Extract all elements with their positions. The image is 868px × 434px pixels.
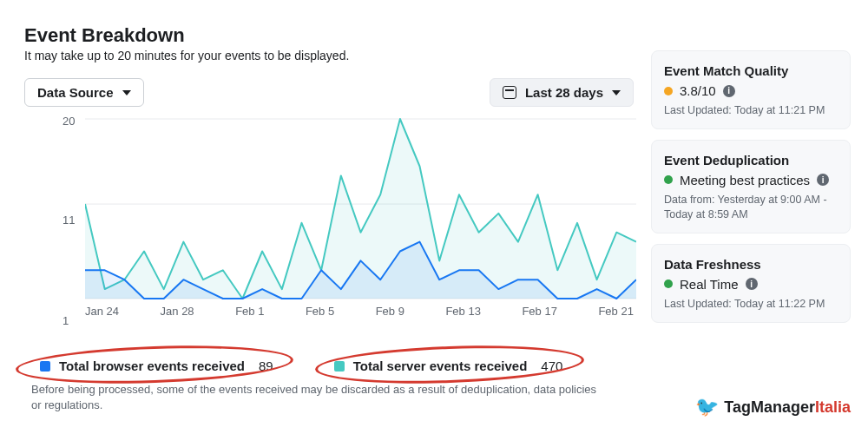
x-tick: Feb 5 xyxy=(306,305,334,318)
x-tick: Feb 13 xyxy=(445,305,480,318)
x-tick: Feb 1 xyxy=(235,305,264,318)
legend-server: Total server events received 470 xyxy=(334,358,563,373)
card-title: Event Deduplication xyxy=(664,153,838,168)
card-title: Event Match Quality xyxy=(664,63,838,78)
card-event-match-quality[interactable]: Event Match Quality 3.8/10 i Last Update… xyxy=(651,50,851,129)
brand-logo: 🐦 TagManagerItalia xyxy=(695,396,851,418)
page-subtitle: It may take up to 20 minutes for your ev… xyxy=(24,49,634,62)
data-source-label: Data Source xyxy=(37,85,114,100)
date-range-label: Last 28 days xyxy=(525,85,603,100)
legend-label: Total server events received xyxy=(353,358,528,373)
card-title: Data Freshness xyxy=(664,257,838,272)
info-icon[interactable]: i xyxy=(746,278,758,290)
x-tick: Feb 9 xyxy=(376,305,404,318)
legend-label: Total browser events received xyxy=(59,358,245,373)
x-tick: Jan 28 xyxy=(161,305,194,318)
freshness-status: Real Time xyxy=(680,277,739,292)
chart-legend: Total browser events received 89 Total s… xyxy=(24,358,634,373)
calendar-icon xyxy=(503,86,516,99)
status-dot-ok xyxy=(664,175,673,184)
legend-swatch-server xyxy=(334,361,345,372)
card-meta: Data from: Yesterday at 9:00 AM - Today … xyxy=(664,193,838,222)
chart-svg xyxy=(85,115,636,302)
card-meta: Last Updated: Today at 11:22 PM xyxy=(664,297,838,312)
legend-browser: Total browser events received 89 xyxy=(40,358,273,373)
x-tick: Feb 17 xyxy=(522,305,556,318)
y-tick: 20 xyxy=(62,115,75,128)
match-quality-score: 3.8/10 xyxy=(680,83,716,98)
event-chart: 20 11 1 Jan 24Jan 28Feb 1Feb 5Feb 9Feb 1… xyxy=(24,115,634,324)
legend-value: 89 xyxy=(259,358,273,373)
status-dot-ok xyxy=(664,279,673,288)
y-tick: 1 xyxy=(62,314,69,327)
page-title: Event Breakdown xyxy=(24,24,634,47)
x-tick: Feb 21 xyxy=(598,305,633,318)
card-meta: Last Updated: Today at 11:21 PM xyxy=(664,103,838,118)
card-event-deduplication[interactable]: Event Deduplication Meeting best practic… xyxy=(651,140,851,233)
legend-swatch-browser xyxy=(40,361,50,372)
status-dot-warning xyxy=(664,87,673,95)
chevron-down-icon xyxy=(122,90,131,95)
chevron-down-icon xyxy=(612,90,621,95)
card-data-freshness[interactable]: Data Freshness Real Time i Last Updated:… xyxy=(651,244,851,323)
dedup-status: Meeting best practices xyxy=(680,173,810,187)
x-axis: Jan 24Jan 28Feb 1Feb 5Feb 9Feb 13Feb 17F… xyxy=(85,305,634,318)
y-tick: 11 xyxy=(62,214,75,227)
info-icon[interactable]: i xyxy=(817,174,829,186)
info-icon[interactable]: i xyxy=(723,85,735,97)
legend-value: 470 xyxy=(541,358,562,373)
chart-footnote: Before being processed, some of the even… xyxy=(24,382,597,412)
date-range-dropdown[interactable]: Last 28 days xyxy=(490,78,634,107)
bird-icon: 🐦 xyxy=(695,396,719,418)
x-tick: Jan 24 xyxy=(85,305,119,318)
data-source-dropdown[interactable]: Data Source xyxy=(24,78,144,107)
